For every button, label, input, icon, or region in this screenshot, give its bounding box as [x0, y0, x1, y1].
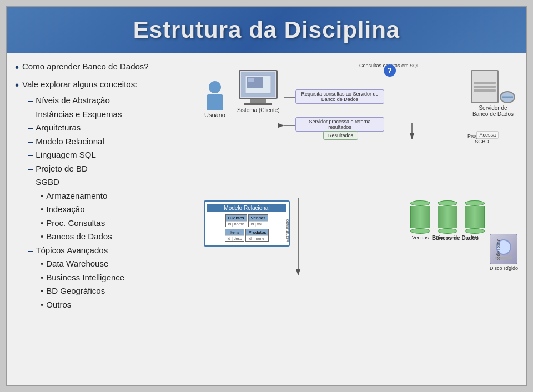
user-label: Usuário — [198, 112, 232, 118]
slide-container: Estrutura da Disciplina Como aprender Ba… — [6, 6, 527, 386]
list-item: BD Geográficos — [15, 285, 187, 298]
list-item: Arquiteturas — [15, 122, 187, 134]
list-item: Vale explorar alguns conceitos: — [15, 77, 187, 93]
cylinder-top-3 — [465, 200, 485, 206]
user-figure: Usuário — [198, 81, 232, 118]
hd-label-bottom: Disco Rígido — [490, 265, 518, 271]
pc-monitor — [239, 70, 278, 99]
list-item: Armazenamento — [15, 190, 187, 203]
cylinder-body — [410, 206, 430, 228]
question-area: ? Consultas escritas em SQL — [359, 62, 420, 68]
list-item: Modelo Relacional — [15, 135, 187, 148]
slide-title: Estrutura da Disciplina — [18, 17, 515, 43]
slide-body: Como aprender Banco de Dados? Vale explo… — [7, 53, 526, 385]
server-label: Servidor de Banco de Dados — [471, 105, 515, 117]
resultados-box: Resultados — [323, 131, 358, 140]
server-box — [471, 70, 499, 103]
clientes-header: Clientes — [226, 215, 247, 221]
list-item: Bancos de Dados — [15, 230, 187, 243]
mini-table-produtos: Produtos id | nome — [245, 229, 269, 242]
hard-disk: Disco Rígido Disco Rígido — [490, 234, 518, 271]
list-item: Data Warehouse — [15, 258, 187, 270]
modelo-tables-2: Itens id | desc Produtos id | nome — [207, 229, 286, 242]
modelo-relacional-box: Modelo Relacional Clientes id | nome Ven… — [204, 200, 290, 247]
server-line-1 — [474, 82, 496, 84]
server-disk — [500, 91, 515, 103]
cylinder-bottom-3 — [465, 228, 485, 234]
list-item: Proc. Consultas — [15, 217, 187, 230]
list-item: Outros — [15, 299, 187, 311]
vendas-row: id | val — [249, 221, 268, 227]
estruturado-container: Estruturado — [293, 195, 304, 278]
user-head — [209, 81, 221, 93]
produtos-row: id | nome — [246, 235, 268, 241]
server-line-2 — [474, 86, 496, 88]
left-panel: Como aprender Banco de Dados? Vale explo… — [15, 59, 187, 380]
cylinder-bottom-2 — [438, 228, 457, 234]
acessa-label: Acessa — [476, 131, 499, 139]
clientes-row: id | nome — [226, 221, 247, 227]
question-icon: ? — [384, 64, 396, 77]
estruturado-svg — [293, 195, 304, 278]
modelo-relacional-title: Modelo Relacional — [207, 204, 286, 212]
pc-stand — [250, 99, 266, 103]
list-item: Projeto de BD — [15, 163, 187, 175]
hd-box — [490, 234, 517, 264]
processa-label: Servidor processa e retorna resultados — [295, 117, 384, 132]
diagram-top: ? Consultas escritas em SQL Requisita co… — [193, 59, 518, 187]
list-item: Business Intelligence — [15, 272, 187, 284]
user-body — [207, 94, 223, 110]
pc-screen-svg — [244, 74, 272, 94]
list-item: Como aprender Banco de Dados? — [15, 59, 187, 76]
cylinder-body-2 — [438, 206, 457, 228]
right-panel: ? Consultas escritas em SQL Requisita co… — [193, 59, 518, 380]
diagram-bottom: Modelo Relacional Clientes id | nome Ven… — [193, 189, 518, 300]
list-item: Indexação — [15, 203, 187, 216]
cylinder-body-3 — [465, 206, 485, 228]
pc-base — [244, 103, 272, 105]
list-item: Instâncias e Esquemas — [15, 108, 187, 121]
pc-screen — [241, 72, 275, 97]
list-item: SGBD — [15, 176, 187, 189]
server-line-3 — [474, 89, 496, 92]
pc-label: Sistema (Cliente) — [237, 107, 280, 113]
itens-row: id | desc — [225, 235, 244, 241]
cylinder-top — [410, 200, 430, 206]
pc-figure: Sistema (Cliente) — [237, 70, 280, 113]
cylinder-top-2 — [438, 200, 457, 206]
server-figure: Servidor de Banco de Dados Programa do S… — [471, 70, 515, 117]
produtos-header: Produtos — [246, 229, 268, 235]
slide-header: Estrutura da Disciplina — [7, 7, 526, 53]
list-item: Tópicos Avançados — [15, 244, 187, 257]
list-item: Níveis de Abstração — [15, 94, 187, 107]
modelo-tables: Clientes id | nome Vendas id | val — [207, 214, 286, 227]
hd-rotated-text: Disco Rígido — [497, 239, 501, 261]
hd-label: Disco Rígido — [497, 239, 501, 261]
estruturado-text: Estruturado — [285, 219, 290, 242]
mini-table-itens: Itens id | desc — [225, 229, 245, 242]
bancos-label: Bancos de Dados — [419, 235, 491, 241]
svg-rect-7 — [248, 78, 254, 82]
cylinder-bottom — [410, 228, 430, 234]
list-item: Linguagem SQL — [15, 149, 187, 162]
requisita-label: Requisita consultas ao Servidor de Banco… — [295, 89, 384, 104]
itens-header: Itens — [225, 229, 244, 235]
mini-table-vendas: Vendas id | val — [248, 214, 269, 227]
vendas-header: Vendas — [249, 215, 268, 221]
mini-table-clientes: Clientes id | nome — [225, 214, 247, 227]
